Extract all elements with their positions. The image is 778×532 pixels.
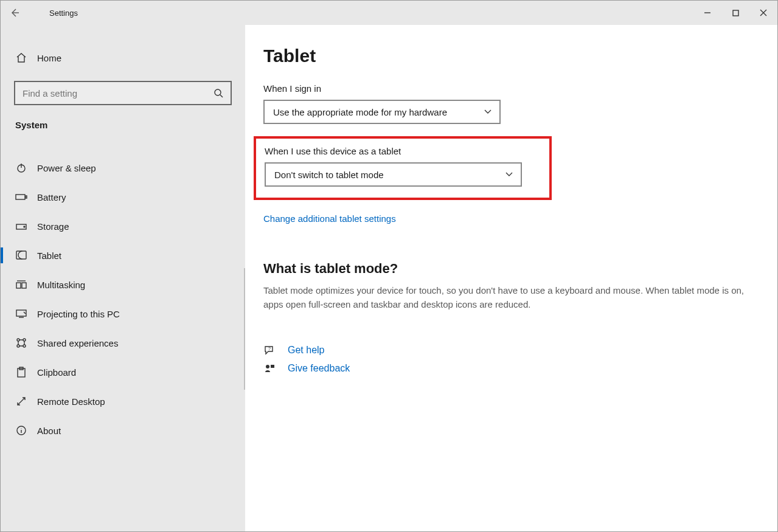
- sidebar-item-label: Tablet: [37, 250, 61, 261]
- sidebar-item-shared-experiences[interactable]: Shared experiences: [1, 328, 245, 358]
- device-dropdown-value: Don't switch to tablet mode: [274, 170, 384, 180]
- home-icon: [15, 52, 27, 64]
- svg-point-19: [266, 365, 269, 368]
- sidebar-item-multitasking[interactable]: Multitasking: [1, 270, 245, 299]
- projecting-icon: [15, 308, 27, 320]
- svg-rect-0: [733, 10, 738, 16]
- close-icon: [760, 9, 767, 16]
- sidebar: Home System: [1, 25, 245, 531]
- svg-point-13: [17, 345, 19, 347]
- sidebar-item-label: Shared experiences: [37, 338, 118, 348]
- sidebar-item-label: Storage: [37, 221, 69, 232]
- maximize-button[interactable]: [721, 1, 749, 25]
- svg-rect-9: [22, 283, 26, 288]
- help-label: Get help: [288, 345, 324, 356]
- titlebar: Settings: [1, 1, 777, 25]
- page-title: Tablet: [263, 46, 760, 66]
- chevron-down-icon: [505, 170, 513, 179]
- sidebar-item-clipboard[interactable]: Clipboard: [1, 358, 245, 387]
- arrow-left-icon: [9, 7, 20, 18]
- sidebar-item-label: Clipboard: [37, 367, 76, 378]
- svg-rect-3: [16, 195, 25, 199]
- sidebar-item-power-sleep[interactable]: Power & sleep: [1, 153, 245, 182]
- about-icon: [15, 424, 27, 437]
- sidebar-item-label: Battery: [37, 192, 66, 202]
- sidebar-item-projecting[interactable]: Projecting to this PC: [1, 299, 245, 328]
- search-icon: [212, 88, 224, 98]
- minimize-icon: [704, 9, 711, 16]
- sidebar-item-label: About: [37, 426, 61, 436]
- svg-point-14: [23, 345, 26, 347]
- svg-point-11: [17, 339, 19, 341]
- sub-description: Tablet mode optimizes your device for to…: [263, 284, 744, 311]
- window-controls: [693, 1, 777, 25]
- device-label: When I use this device as a tablet: [265, 146, 537, 156]
- svg-point-12: [23, 339, 26, 341]
- sidebar-item-label: Remote Desktop: [37, 396, 105, 407]
- give-feedback-link[interactable]: Give feedback: [263, 362, 760, 375]
- signin-dropdown[interactable]: Use the appropriate mode for my hardware: [263, 100, 501, 124]
- category-label: System: [1, 111, 245, 135]
- highlight-annotation: When I use this device as a tablet Don't…: [254, 136, 552, 200]
- clipboard-icon: [15, 366, 27, 378]
- feedback-label: Give feedback: [288, 363, 350, 374]
- window-body: Home System: [1, 25, 777, 531]
- sidebar-item-about[interactable]: About: [1, 416, 245, 445]
- sub-heading: What is tablet mode?: [263, 261, 760, 277]
- content-area: Tablet When I sign in Use the appropriat…: [245, 25, 777, 531]
- remote-desktop-icon: [15, 395, 27, 407]
- power-icon: [15, 162, 27, 174]
- sidebar-item-storage[interactable]: Storage: [1, 212, 245, 241]
- sidebar-item-label: Multitasking: [37, 280, 85, 290]
- chevron-down-icon: [484, 108, 492, 116]
- signin-dropdown-value: Use the appropriate mode for my hardware: [273, 107, 447, 117]
- feedback-icon: [263, 362, 276, 375]
- device-dropdown[interactable]: Don't switch to tablet mode: [265, 162, 522, 187]
- maximize-icon: [732, 10, 739, 16]
- help-icon: ?: [263, 344, 276, 356]
- svg-text:?: ?: [268, 347, 271, 351]
- storage-icon: [15, 220, 27, 232]
- additional-settings-link[interactable]: Change additional tablet settings: [263, 213, 396, 224]
- get-help-link[interactable]: ? Get help: [263, 344, 760, 356]
- svg-rect-8: [16, 283, 21, 288]
- back-button[interactable]: [1, 1, 29, 25]
- sidebar-item-battery[interactable]: Battery: [1, 182, 245, 212]
- signin-label: When I sign in: [263, 83, 760, 94]
- nav-list: Power & sleep Battery Storage: [1, 135, 245, 445]
- sidebar-item-label: Power & sleep: [37, 163, 96, 173]
- svg-rect-20: [271, 365, 274, 368]
- minimize-button[interactable]: [693, 1, 721, 25]
- window-title: Settings: [29, 9, 78, 18]
- settings-window: Settings Home: [0, 0, 778, 532]
- sidebar-item-label: Projecting to this PC: [37, 309, 120, 319]
- svg-rect-4: [26, 196, 27, 198]
- search-box[interactable]: [14, 81, 232, 105]
- tablet-icon: [15, 249, 27, 261]
- multitasking-icon: [15, 278, 27, 291]
- close-button[interactable]: [749, 1, 777, 25]
- home-button[interactable]: Home: [1, 43, 245, 72]
- svg-point-6: [24, 226, 25, 227]
- battery-icon: [15, 191, 27, 203]
- home-label: Home: [37, 53, 61, 63]
- shared-experiences-icon: [15, 337, 27, 349]
- search-input[interactable]: [23, 88, 212, 98]
- sidebar-item-tablet[interactable]: Tablet: [1, 241, 245, 270]
- svg-point-1: [215, 89, 221, 95]
- sidebar-item-remote-desktop[interactable]: Remote Desktop: [1, 387, 245, 416]
